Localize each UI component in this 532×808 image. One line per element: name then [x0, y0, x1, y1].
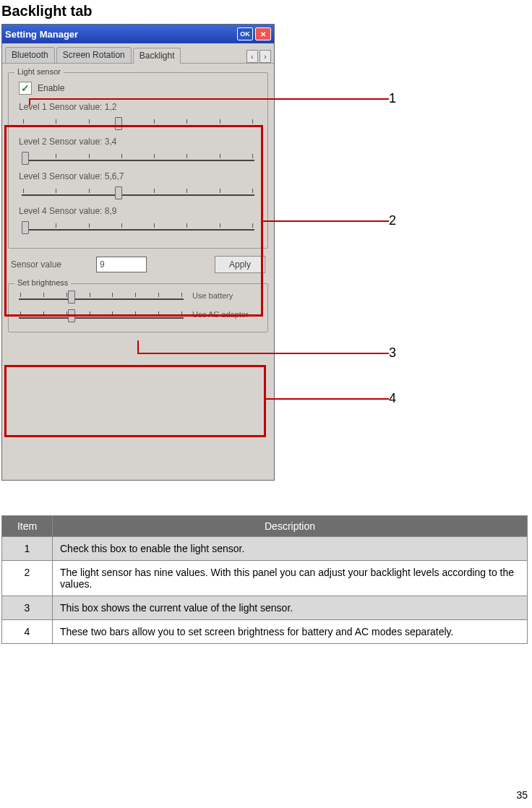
level-1-slider[interactable]: [22, 115, 254, 129]
page-number: 35: [516, 789, 528, 801]
callout-number-2: 2: [389, 213, 396, 228]
callout-line-1v: [29, 98, 30, 106]
callout-line-1: [29, 98, 389, 100]
enable-checkbox[interactable]: ✓: [19, 82, 32, 95]
level-2-slider[interactable]: [22, 150, 254, 164]
level-3-label: Level 3 Sensor value: 5,6,7: [19, 171, 259, 181]
level-2: Level 2 Sensor value: 3,4: [17, 137, 259, 164]
cell-item: 3: [2, 596, 53, 620]
callout-number-1: 1: [389, 91, 396, 106]
callout-line-2: [263, 220, 389, 222]
level-4: Level 4 Sensor value: 8,9: [17, 206, 259, 233]
brightness-battery-row: Use battery: [14, 288, 262, 303]
table-row: 4 These two bars allow you to set screen…: [2, 620, 528, 644]
levels-container: Level 1 Sensor value: 1,2 Level 2 Sensor…: [14, 98, 262, 242]
table-row: 2 The light sensor has nine values. With…: [2, 561, 528, 596]
sensor-value-input[interactable]: [96, 257, 147, 272]
th-item: Item: [2, 516, 53, 537]
level-1-label: Level 1 Sensor value: 1,2: [19, 102, 259, 112]
backlight-panel: Light sensor ✓ Enable Level 1 Sensor val…: [2, 64, 274, 337]
titlebar-buttons: OK ✕: [237, 27, 271, 40]
callout-number-4: 4: [389, 391, 396, 406]
brightness-battery-slider[interactable]: [19, 288, 184, 303]
close-button[interactable]: ✕: [255, 27, 271, 40]
th-description: Description: [53, 516, 528, 537]
cell-desc: Check this box to enable the light senso…: [53, 537, 528, 561]
brightness-ac-row: Use AC adaptor: [14, 307, 262, 322]
callout-number-3: 3: [389, 345, 396, 361]
tab-bar: Bluetooth Screen Rotation Backlight ‹ ›: [2, 43, 274, 64]
callout-line-4: [266, 398, 389, 400]
cell-desc: This box shows the current value of the …: [53, 596, 528, 620]
ac-label: Use AC adaptor: [192, 310, 262, 319]
level-3-slider[interactable]: [22, 184, 254, 199]
table-row: 1 Check this box to enable the light sen…: [2, 537, 528, 561]
cell-item: 4: [2, 620, 53, 644]
level-1: Level 1 Sensor value: 1,2: [17, 102, 259, 129]
brightness-label: Set brightness: [14, 278, 71, 287]
tab-backlight[interactable]: Backlight: [133, 48, 181, 64]
brightness-group: Set brightness Use battery Use: [8, 283, 268, 332]
tab-screen-rotation[interactable]: Screen Rotation: [56, 47, 132, 63]
tab-scroll-right[interactable]: ›: [259, 50, 271, 63]
level-4-slider[interactable]: [22, 219, 254, 233]
level-4-label: Level 4 Sensor value: 8,9: [19, 206, 259, 216]
cell-desc: The light sensor has nine values. With t…: [53, 561, 528, 596]
enable-row: ✓ Enable: [19, 82, 262, 95]
cell-item: 2: [2, 561, 53, 596]
brightness-ac-slider[interactable]: [19, 307, 184, 322]
settings-window: Setting Manager OK ✕ Bluetooth Screen Ro…: [1, 24, 275, 481]
page-title: Backlight tab: [0, 0, 532, 24]
apply-button[interactable]: Apply: [215, 256, 265, 273]
screenshot-area: Setting Manager OK ✕ Bluetooth Screen Ro…: [0, 24, 405, 486]
level-2-label: Level 2 Sensor value: 3,4: [19, 137, 259, 147]
battery-label: Use battery: [192, 291, 262, 300]
callout-line-3v: [137, 340, 139, 353]
cell-desc: These two bars allow you to set screen b…: [53, 620, 528, 644]
titlebar: Setting Manager OK ✕: [2, 25, 274, 43]
sensor-value-label: Sensor value: [11, 259, 90, 270]
level-3: Level 3 Sensor value: 5,6,7: [17, 171, 259, 199]
tab-bluetooth[interactable]: Bluetooth: [5, 47, 55, 63]
light-sensor-label: Light sensor: [14, 67, 64, 76]
table-row: 3 This box shows the current value of th…: [2, 596, 528, 620]
tab-scroll-buttons: ‹ ›: [246, 50, 271, 63]
ok-button[interactable]: OK: [237, 27, 253, 40]
description-table: Item Description 1 Check this box to ena…: [1, 515, 528, 644]
tab-scroll-left[interactable]: ‹: [246, 50, 258, 63]
enable-label: Enable: [38, 83, 64, 93]
sensor-value-row: Sensor value Apply: [8, 256, 268, 273]
callout-line-3: [137, 353, 389, 354]
window-title: Setting Manager: [5, 29, 237, 40]
cell-item: 1: [2, 537, 53, 561]
